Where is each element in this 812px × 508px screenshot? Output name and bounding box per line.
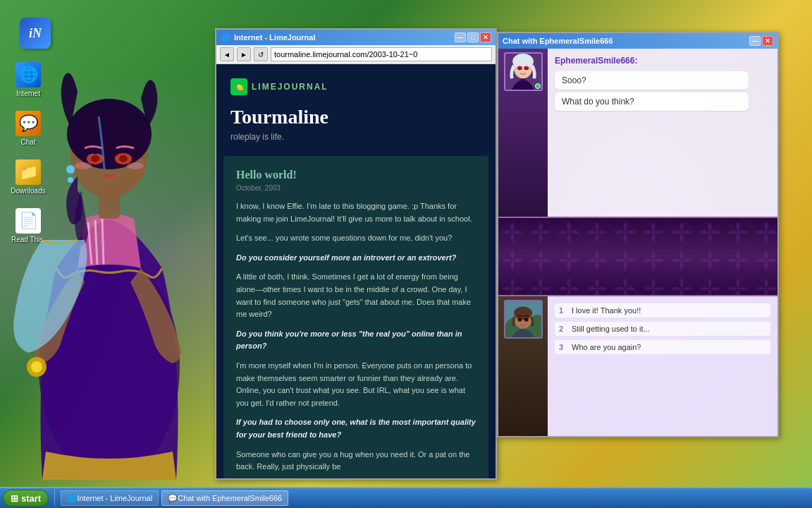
internet-icon: 🌐 (16, 62, 41, 87)
svg-point-30 (524, 318, 527, 321)
desktop: ✦ ★ ✦ iN 🌐 Internet 💬 Chat 📁 Downloads 📄… (0, 0, 812, 508)
windows-logo: ⊞ (11, 493, 18, 504)
maximize-button[interactable]: □ (467, 32, 479, 42)
player-avatar (504, 300, 543, 339)
chat-reply-options: 1 I love it! Thank you!! 2 Still getting… (548, 296, 777, 436)
chat-window: Chat with EphemeralSmile666 — ✕ (497, 32, 779, 437)
sidebar-item-downloads[interactable]: 📁 Downloads (7, 159, 49, 195)
reply-num-2: 2 (559, 325, 567, 333)
taskbar-browser-icon: 🌐 (67, 494, 77, 503)
blog-title: Tourmaline (230, 106, 481, 128)
downloads-icon-label: Downloads (11, 187, 45, 195)
svg-rect-22 (498, 218, 777, 295)
refresh-button[interactable]: ↺ (254, 47, 268, 61)
post-question-3: If you had to choose only one, what is t… (236, 418, 476, 439)
player-avatar-svg (505, 300, 541, 339)
back-button[interactable]: ◄ (220, 47, 234, 61)
browser-icon: 🌐 (221, 33, 230, 42)
reply-text-2: Still getting used to it... (572, 325, 650, 333)
sidebar-item-internet[interactable]: 🌐 Internet (7, 62, 49, 98)
post-body: I know, I know Effie. I'm late to this b… (236, 200, 476, 473)
address-bar[interactable] (271, 47, 492, 61)
taskbar: ⊞ start 🌐 Internet - LimeJournal 💬 Chat … (0, 487, 812, 508)
svg-point-21 (524, 67, 527, 70)
reply-option-2[interactable]: 2 Still getting used to it... (555, 322, 770, 336)
post-paragraph-2: Let's see... you wrote some questions do… (236, 232, 476, 245)
reply-option-1[interactable]: 1 I love it! Thank you!! (555, 303, 770, 318)
post-date: October, 2003 (236, 184, 476, 192)
post-question-1: Do you consider yourself more an introve… (236, 253, 456, 262)
post-question-2: Do you think you're more or less "the re… (236, 329, 462, 351)
blog-subtitle: roleplay is life. (230, 132, 481, 142)
sidebar-item-chat[interactable]: 💬 Chat (7, 111, 49, 147)
minimize-button[interactable]: — (455, 32, 466, 42)
post-paragraph-1: I know, I know Effie. I'm late to this b… (236, 200, 476, 225)
chat-icon-label: Chat (20, 138, 35, 147)
chat-minimize-button[interactable]: — (749, 36, 761, 46)
taskbar-item-chat[interactable]: 💬 Chat with EphemeralSmile666 (161, 490, 288, 506)
reply-option-3[interactable]: 3 Who are you again? (555, 340, 770, 354)
svg-point-29 (518, 318, 521, 321)
browser-window: 🌐 Internet - LimeJournal — □ ✕ ◄ ► ↺ 🍋 L… (215, 28, 497, 480)
chat-message-2: What do you think? (555, 92, 749, 111)
blog-header: 🍋 LIMEJOURNAL Tourmaline roleplay is lif… (216, 64, 496, 149)
chat-wallpaper-pattern (498, 218, 777, 295)
player-avatar-container (498, 296, 548, 436)
browser-content[interactable]: 🍋 LIMEJOURNAL Tourmaline roleplay is lif… (216, 64, 496, 478)
chat-message-1: Sooo? (555, 71, 749, 90)
sidebar-item-readthis[interactable]: 📄 Read This. (7, 208, 49, 244)
online-indicator (535, 83, 541, 89)
chat-content-area: EphemeralSmile666: Sooo? What do you thi… (498, 49, 777, 436)
blog-post: Hello world! October, 2003 I know, I kno… (223, 156, 488, 478)
browser-titlebar: 🌐 Internet - LimeJournal — □ ✕ (216, 30, 496, 45)
desktop-icons: iN 🌐 Internet 💬 Chat 📁 Downloads 📄 Read … (7, 7, 49, 244)
taskbar-separator (54, 490, 55, 507)
start-button[interactable]: ⊞ start (3, 490, 49, 507)
chat-window-controls: — ✕ (749, 36, 773, 46)
taskbar-item-browser[interactable]: 🌐 Internet - LimeJournal (61, 490, 159, 506)
svg-point-26 (514, 306, 532, 320)
post-title: Hello world! (236, 169, 476, 181)
chat-top-section: EphemeralSmile666: Sooo? What do you thi… (498, 49, 777, 218)
reply-num-1: 1 (559, 306, 567, 315)
readthis-icon: 📄 (16, 208, 41, 234)
reply-num-3: 3 (559, 343, 567, 351)
browser-toolbar: ◄ ► ↺ (216, 45, 496, 64)
chat-title: Chat with EphemeralSmile666 (503, 37, 613, 45)
taskbar-chat-label: Chat with EphemeralSmile666 (178, 494, 282, 502)
chat-titlebar: Chat with EphemeralSmile666 — ✕ (498, 33, 777, 49)
chat-username: EphemeralSmile666: (555, 56, 770, 66)
limejournal-logo-icon: 🍋 (230, 78, 247, 95)
taskbar-browser-label: Internet - LimeJournal (77, 494, 152, 502)
internet-icon-label: Internet (16, 90, 40, 98)
post-paragraph-8: Someone who can give you a hug when you … (236, 449, 476, 473)
blog-logo: 🍋 LIMEJOURNAL (230, 78, 481, 95)
taskbar-chat-icon: 💬 (168, 494, 178, 503)
downloads-icon: 📁 (16, 159, 41, 185)
svg-point-17 (512, 54, 534, 69)
browser-title-group: 🌐 Internet - LimeJournal (221, 33, 316, 42)
readthis-icon-label: Read This. (11, 236, 45, 244)
browser-title: Internet - LimeJournal (234, 33, 316, 42)
post-paragraph-4: A little of both, I think. Sometimes I g… (236, 271, 476, 320)
chat-messages: EphemeralSmile666: Sooo? What do you thi… (548, 49, 777, 217)
svg-point-20 (518, 67, 521, 70)
forward-button[interactable]: ► (237, 47, 251, 61)
effie-avatar-container (498, 49, 548, 217)
chat-wallpaper (498, 218, 777, 295)
in-logo: iN (20, 18, 51, 49)
limejournal-logo-text: LIMEJOURNAL (252, 82, 328, 92)
close-button[interactable]: ✕ (480, 32, 491, 42)
start-label: start (21, 493, 41, 504)
browser-window-controls: — □ ✕ (455, 32, 491, 42)
post-paragraph-6: I'm more myself when I'm in person. Ever… (236, 360, 476, 409)
reply-text-1: I love it! Thank you!! (572, 306, 641, 315)
chat-bottom-section: 1 I love it! Thank you!! 2 Still getting… (498, 295, 777, 436)
chat-icon: 💬 (16, 111, 41, 136)
chat-close-button[interactable]: ✕ (762, 36, 773, 46)
reply-text-3: Who are you again? (572, 343, 641, 351)
